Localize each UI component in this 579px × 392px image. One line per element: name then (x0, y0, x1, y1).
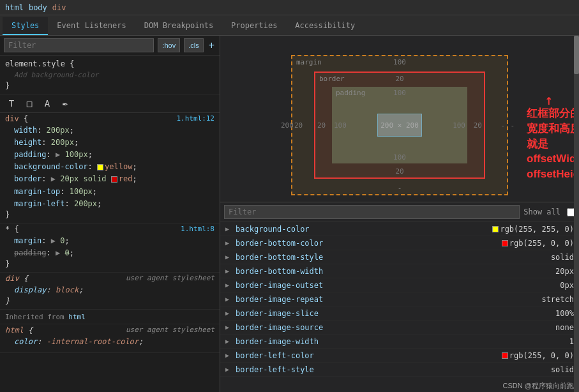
rule-close-div-ua: } (5, 296, 214, 305)
computed-val-bbs: solid (551, 253, 574, 262)
html-ua-label: user agent stylesheet (126, 326, 214, 334)
expand-arrow-bbs: ▶ (225, 253, 233, 260)
rule-div-ua: div { user agent stylesheet display: blo… (0, 273, 220, 310)
computed-val-bio: 0px (560, 281, 574, 290)
prop-background-color: background-color: yellow; (5, 161, 214, 173)
computed-row-border-image-source[interactable]: ▶ border-image-source none (220, 320, 579, 335)
computed-row-border-left-color[interactable]: ▶ border-left-color rgb(255, 0, 0) (220, 349, 579, 363)
computed-filter-bar: Show all (220, 202, 579, 222)
box-tool-icon[interactable]: □ (23, 97, 36, 110)
rule-element-style: element.style { Add background-color } (0, 58, 220, 94)
main-layout: :hov .cls + element.style { Add backgrou… (0, 36, 579, 392)
breadcrumb-body[interactable]: body (29, 3, 47, 12)
scrollbar[interactable] (574, 36, 579, 392)
prop-margin-star: margin: ▶ 0; (5, 235, 214, 247)
computed-row-border-image-width[interactable]: ▶ border-image-width 1 (220, 335, 579, 349)
hov-button[interactable]: :hov (158, 38, 180, 52)
tab-event-listeners[interactable]: Event Listeners (48, 17, 135, 35)
computed-row-border-image-outset[interactable]: ▶ border-image-outset 0px (220, 278, 579, 292)
breadcrumb-bar: html body div (0, 0, 579, 15)
paint-tool-icon[interactable]: ✒ (59, 97, 71, 110)
expand-arrow-blc: ▶ (225, 352, 233, 359)
content-box: 200 × 200 (377, 114, 422, 137)
computed-swatch-bgcolor (492, 226, 499, 232)
computed-row-border-bottom-width[interactable]: ▶ border-bottom-width 20px (220, 264, 579, 278)
computed-prop-bbc: border-bottom-color (236, 239, 499, 248)
filter-input[interactable] (4, 38, 154, 52)
margin-label: margin (296, 58, 322, 66)
inherited-from-html: Inherited from html (0, 310, 220, 324)
tab-properties[interactable]: Properties (222, 17, 286, 35)
breadcrumb-html[interactable]: html (5, 3, 24, 12)
tab-styles[interactable]: Styles (3, 17, 48, 35)
selector-text: element.style { (5, 59, 74, 68)
computed-swatch-blc (502, 352, 508, 359)
right-panel: margin 100 20 - - border 20 20 20 20 pad… (220, 36, 579, 392)
rule-selector-html-ua: html { user agent stylesheet (5, 326, 214, 335)
selector-div-brace: { (24, 114, 28, 123)
computed-row-border-bottom-color[interactable]: ▶ border-bottom-color rgb(255, 0, 0) (220, 236, 579, 250)
computed-row-border-bottom-style[interactable]: ▶ border-bottom-style solid (220, 250, 579, 264)
rule-source-div[interactable]: 1.html:12 (176, 114, 214, 123)
border-color-swatch[interactable] (111, 176, 117, 183)
ua-label: user agent stylesheet (126, 274, 214, 282)
computed-row-bgcolor[interactable]: ▶ background-color rgb(255, 255, 0) (220, 222, 579, 236)
computed-val-biw: 1 (569, 337, 574, 346)
margin-bottom-val: - (398, 184, 402, 192)
border-right-val: 20 (474, 121, 482, 130)
computed-prop-biso: border-image-source (236, 323, 553, 332)
expand-arrow-bbc: ▶ (225, 239, 233, 246)
annotation-arrow: ↑ (545, 92, 553, 108)
add-style-button[interactable]: + (207, 40, 216, 51)
add-property-placeholder[interactable]: Add background-color (5, 70, 214, 81)
prop-margin-top: margin-top: 100px; (5, 186, 214, 198)
filter-bar: :hov .cls + (0, 36, 220, 56)
computed-row-border-left-style[interactable]: ▶ border-left-style solid (220, 363, 579, 377)
computed-row-border-image-slice[interactable]: ▶ border-image-slice 100% (220, 306, 579, 320)
text2-tool-icon[interactable]: A (41, 97, 54, 110)
computed-val-bgcolor: rgb(255, 255, 0) (492, 225, 574, 234)
prop-height: height: 200px; (5, 137, 214, 149)
padding-top-val: 100 (393, 89, 406, 97)
border-bottom-val: 20 (395, 167, 403, 176)
computed-list: ▶ background-color rgb(255, 255, 0) ▶ bo… (220, 222, 579, 392)
expand-arrow-bio: ▶ (225, 282, 233, 289)
rule-html-ua: html { user agent stylesheet color: -int… (0, 324, 220, 352)
computed-prop-bgcolor: background-color (236, 225, 490, 234)
computed-prop-bbs: border-bottom-style (236, 253, 548, 262)
border-left-val: 20 (317, 121, 326, 130)
icon-tools: T □ A ✒ (0, 94, 220, 113)
annotation-line3: offsetHeight (527, 167, 579, 182)
computed-row-border-image-repeat[interactable]: ▶ border-image-repeat stretch (220, 292, 579, 306)
annotation-line2: offsetWidth (527, 151, 579, 167)
tabs-bar: Styles Event Listeners DOM Breakpoints P… (0, 15, 579, 36)
margin-top-val: 100 (393, 58, 406, 66)
prop-border: border: ▶ 20px solid red; (5, 173, 214, 185)
tab-dom-breakpoints[interactable]: DOM Breakpoints (135, 17, 222, 35)
computed-filter-input[interactable] (224, 205, 520, 219)
computed-val-bls: solid (551, 365, 574, 374)
csdn-watermark: CSDN @程序猿向前跑 (503, 381, 574, 391)
show-all-label: Show all (523, 207, 560, 216)
padding-left-val: 100 (334, 121, 347, 130)
text-tool-icon[interactable]: T (5, 97, 18, 110)
computed-val-bir: stretch (541, 295, 574, 304)
prop-padding-star: padding: ▶ 0; (5, 247, 214, 259)
padding-label: padding (336, 89, 365, 97)
border-top-val: 20 (395, 75, 403, 83)
outer-left-val: 200 (281, 121, 294, 130)
rule-source-star[interactable]: 1.html:8 (181, 225, 214, 233)
rule-star: * { 1.html:8 margin: ▶ 0; padding: ▶ 0; … (0, 223, 220, 273)
breadcrumb-div[interactable]: div (52, 3, 66, 12)
left-panel: :hov .cls + element.style { Add backgrou… (0, 36, 220, 392)
rule-selector-div-ua: div { user agent stylesheet (5, 274, 214, 283)
rule-div: div { 1.html:12 width: 200px; height: 20… (0, 113, 220, 223)
cls-button[interactable]: .cls (184, 38, 204, 52)
computed-prop-biw: border-image-width (236, 337, 567, 346)
bg-color-swatch[interactable] (97, 164, 103, 170)
tab-accessibility[interactable]: Accessibility (286, 17, 364, 35)
scrollbar-thumb[interactable] (574, 36, 579, 74)
computed-prop-bbw: border-bottom-width (236, 267, 553, 276)
expand-arrow-biso: ▶ (225, 324, 233, 331)
outer-right-val: - (510, 121, 515, 130)
